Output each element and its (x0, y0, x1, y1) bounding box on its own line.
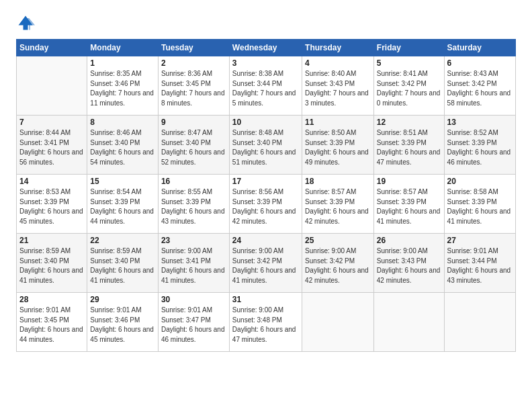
header (16, 13, 516, 32)
weekday-header-friday: Friday (373, 40, 444, 56)
day-info: Sunrise: 8:57 AMSunset: 3:39 PMDaylight:… (377, 187, 441, 226)
day-info: Sunrise: 8:40 AMSunset: 3:43 PMDaylight:… (305, 69, 371, 108)
day-info: Sunrise: 9:01 AMSunset: 3:45 PMDaylight:… (19, 306, 84, 345)
day-cell: 9Sunrise: 8:47 AMSunset: 3:40 PMDaylight… (158, 116, 229, 175)
week-row-2: 7Sunrise: 8:44 AMSunset: 3:41 PMDaylight… (17, 116, 516, 175)
weekday-header-tuesday: Tuesday (158, 40, 229, 56)
day-cell: 24Sunrise: 9:00 AMSunset: 3:42 PMDayligh… (229, 234, 302, 293)
calendar-page: SundayMondayTuesdayWednesdayThursdayFrid… (0, 0, 532, 411)
day-cell: 17Sunrise: 8:56 AMSunset: 3:39 PMDayligh… (229, 175, 302, 234)
day-cell (17, 56, 87, 116)
day-info: Sunrise: 9:00 AMSunset: 3:42 PMDaylight:… (232, 246, 299, 285)
week-row-1: 1Sunrise: 8:35 AMSunset: 3:46 PMDaylight… (17, 56, 516, 116)
day-info: Sunrise: 8:48 AMSunset: 3:40 PMDaylight:… (232, 128, 299, 167)
day-cell: 30Sunrise: 9:01 AMSunset: 3:47 PMDayligh… (158, 293, 229, 352)
day-cell: 23Sunrise: 9:00 AMSunset: 3:41 PMDayligh… (158, 234, 229, 293)
day-number: 28 (19, 295, 84, 304)
day-number: 18 (305, 177, 371, 186)
day-cell: 19Sunrise: 8:57 AMSunset: 3:39 PMDayligh… (373, 175, 444, 234)
day-number: 11 (305, 118, 371, 127)
day-info: Sunrise: 8:59 AMSunset: 3:40 PMDaylight:… (19, 246, 84, 285)
day-cell: 3Sunrise: 8:38 AMSunset: 3:44 PMDaylight… (229, 56, 302, 116)
day-cell: 8Sunrise: 8:46 AMSunset: 3:40 PMDaylight… (87, 116, 159, 175)
day-info: Sunrise: 8:41 AMSunset: 3:42 PMDaylight:… (377, 69, 441, 108)
day-cell: 7Sunrise: 8:44 AMSunset: 3:41 PMDaylight… (17, 116, 87, 175)
day-cell: 13Sunrise: 8:52 AMSunset: 3:39 PMDayligh… (444, 116, 515, 175)
day-info: Sunrise: 8:43 AMSunset: 3:42 PMDaylight:… (447, 69, 513, 108)
day-cell: 22Sunrise: 8:59 AMSunset: 3:40 PMDayligh… (87, 234, 159, 293)
day-number: 2 (161, 58, 226, 68)
day-info: Sunrise: 8:58 AMSunset: 3:39 PMDaylight:… (447, 187, 513, 226)
logo (16, 13, 38, 32)
week-row-5: 28Sunrise: 9:01 AMSunset: 3:45 PMDayligh… (17, 293, 516, 352)
day-number: 21 (19, 236, 84, 245)
day-cell: 21Sunrise: 8:59 AMSunset: 3:40 PMDayligh… (17, 234, 87, 293)
day-info: Sunrise: 8:35 AMSunset: 3:46 PMDaylight:… (90, 69, 155, 108)
day-number: 14 (19, 177, 84, 186)
day-number: 15 (90, 177, 155, 186)
day-info: Sunrise: 8:54 AMSunset: 3:39 PMDaylight:… (90, 187, 155, 226)
day-number: 13 (447, 118, 513, 127)
day-cell: 26Sunrise: 9:00 AMSunset: 3:43 PMDayligh… (373, 234, 444, 293)
day-cell: 14Sunrise: 8:53 AMSunset: 3:39 PMDayligh… (17, 175, 87, 234)
day-number: 20 (447, 177, 513, 186)
day-info: Sunrise: 9:01 AMSunset: 3:44 PMDaylight:… (447, 246, 513, 285)
day-cell: 4Sunrise: 8:40 AMSunset: 3:43 PMDaylight… (302, 56, 374, 116)
day-number: 23 (161, 236, 226, 245)
day-info: Sunrise: 9:01 AMSunset: 3:46 PMDaylight:… (90, 306, 155, 345)
day-number: 31 (232, 295, 299, 304)
day-number: 22 (90, 236, 155, 245)
day-number: 7 (19, 118, 84, 127)
day-number: 8 (90, 118, 155, 127)
day-cell: 27Sunrise: 9:01 AMSunset: 3:44 PMDayligh… (444, 234, 515, 293)
day-number: 1 (90, 58, 155, 68)
weekday-header-thursday: Thursday (302, 40, 374, 56)
day-info: Sunrise: 9:00 AMSunset: 3:41 PMDaylight:… (161, 246, 226, 285)
weekday-header-saturday: Saturday (444, 40, 515, 56)
day-cell: 16Sunrise: 8:55 AMSunset: 3:39 PMDayligh… (158, 175, 229, 234)
day-number: 10 (232, 118, 299, 127)
day-number: 30 (161, 295, 226, 304)
day-info: Sunrise: 8:57 AMSunset: 3:39 PMDaylight:… (305, 187, 371, 226)
day-number: 17 (232, 177, 299, 186)
day-info: Sunrise: 9:00 AMSunset: 3:48 PMDaylight:… (232, 306, 299, 345)
day-info: Sunrise: 8:46 AMSunset: 3:40 PMDaylight:… (90, 128, 155, 167)
day-number: 26 (377, 236, 441, 245)
week-row-4: 21Sunrise: 8:59 AMSunset: 3:40 PMDayligh… (17, 234, 516, 293)
day-cell: 12Sunrise: 8:51 AMSunset: 3:39 PMDayligh… (373, 116, 444, 175)
day-cell: 18Sunrise: 8:57 AMSunset: 3:39 PMDayligh… (302, 175, 374, 234)
day-cell: 20Sunrise: 8:58 AMSunset: 3:39 PMDayligh… (444, 175, 515, 234)
day-info: Sunrise: 9:00 AMSunset: 3:42 PMDaylight:… (305, 246, 371, 285)
week-row-3: 14Sunrise: 8:53 AMSunset: 3:39 PMDayligh… (17, 175, 516, 234)
day-info: Sunrise: 8:38 AMSunset: 3:44 PMDaylight:… (232, 69, 299, 108)
day-cell: 15Sunrise: 8:54 AMSunset: 3:39 PMDayligh… (87, 175, 159, 234)
logo-icon (16, 13, 35, 32)
day-info: Sunrise: 8:56 AMSunset: 3:39 PMDaylight:… (232, 187, 299, 226)
day-number: 27 (447, 236, 513, 245)
day-info: Sunrise: 8:51 AMSunset: 3:39 PMDaylight:… (377, 128, 441, 167)
day-cell: 11Sunrise: 8:50 AMSunset: 3:39 PMDayligh… (302, 116, 374, 175)
weekday-header-monday: Monday (87, 40, 159, 56)
day-info: Sunrise: 9:00 AMSunset: 3:43 PMDaylight:… (377, 246, 441, 285)
day-number: 5 (377, 58, 441, 68)
day-cell: 6Sunrise: 8:43 AMSunset: 3:42 PMDaylight… (444, 56, 515, 116)
day-cell (444, 293, 515, 352)
day-number: 4 (305, 58, 371, 68)
day-number: 6 (447, 58, 513, 68)
day-cell: 5Sunrise: 8:41 AMSunset: 3:42 PMDaylight… (373, 56, 444, 116)
day-cell: 25Sunrise: 9:00 AMSunset: 3:42 PMDayligh… (302, 234, 374, 293)
day-number: 12 (377, 118, 441, 127)
weekday-header-sunday: Sunday (17, 40, 87, 56)
day-info: Sunrise: 8:59 AMSunset: 3:40 PMDaylight:… (90, 246, 155, 285)
day-info: Sunrise: 9:01 AMSunset: 3:47 PMDaylight:… (161, 306, 226, 345)
day-cell: 1Sunrise: 8:35 AMSunset: 3:46 PMDaylight… (87, 56, 159, 116)
day-number: 3 (232, 58, 299, 68)
day-cell: 10Sunrise: 8:48 AMSunset: 3:40 PMDayligh… (229, 116, 302, 175)
day-number: 19 (377, 177, 441, 186)
day-cell: 2Sunrise: 8:36 AMSunset: 3:45 PMDaylight… (158, 56, 229, 116)
day-cell: 29Sunrise: 9:01 AMSunset: 3:46 PMDayligh… (87, 293, 159, 352)
weekday-header-row: SundayMondayTuesdayWednesdayThursdayFrid… (17, 40, 516, 56)
day-number: 24 (232, 236, 299, 245)
weekday-header-wednesday: Wednesday (229, 40, 302, 56)
day-cell (373, 293, 444, 352)
